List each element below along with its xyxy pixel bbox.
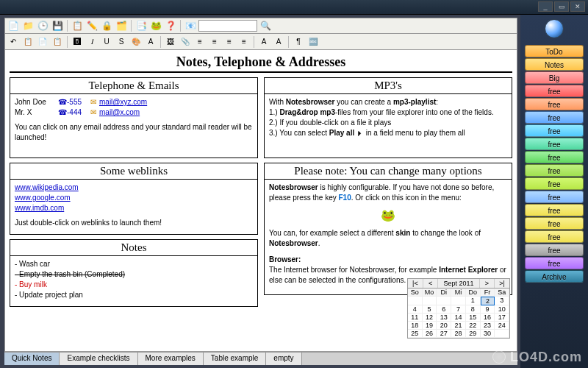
cal-day-cell[interactable]: 5 xyxy=(423,305,437,314)
format-button[interactable]: S xyxy=(115,35,128,49)
toolbar-button[interactable]: 🐸 xyxy=(149,19,162,32)
format-button[interactable]: ≡ xyxy=(223,35,236,49)
cal-day-cell[interactable]: 12 xyxy=(423,314,437,322)
toolbar-button[interactable]: 📋 xyxy=(71,19,84,32)
sidebar-category-button[interactable]: free xyxy=(525,111,584,124)
toolbar-button[interactable]: 📄 xyxy=(7,19,20,32)
sidebar-category-button[interactable]: free xyxy=(525,244,584,256)
contact-email[interactable]: mail@xyz.com xyxy=(99,97,147,107)
cal-day-cell[interactable]: 13 xyxy=(437,314,451,322)
cal-day-cell[interactable]: 20 xyxy=(437,322,451,330)
format-button[interactable]: 📋 xyxy=(21,35,35,49)
format-button[interactable]: 📄 xyxy=(36,35,49,49)
toolbar-button[interactable]: 💾 xyxy=(51,19,64,32)
cal-day-cell[interactable]: 2 xyxy=(481,297,495,305)
sidebar-category-button[interactable]: free xyxy=(525,257,584,269)
format-button[interactable]: 🅱 xyxy=(71,35,84,49)
sidebar-category-button[interactable]: free xyxy=(525,217,584,230)
cal-day-cell[interactable]: 17 xyxy=(495,314,509,322)
sidebar-category-button[interactable]: free xyxy=(525,230,584,243)
page-tab[interactable]: Table example xyxy=(204,353,266,365)
page-tab[interactable]: empty xyxy=(266,353,301,365)
format-button[interactable]: A xyxy=(272,35,285,49)
cal-next-button[interactable]: > xyxy=(480,279,495,288)
cal-day-cell[interactable]: 18 xyxy=(408,322,423,330)
toolbar-button[interactable]: 📁 xyxy=(21,19,35,32)
cal-day-cell[interactable]: 10 xyxy=(495,305,509,314)
cal-day-cell[interactable]: 29 xyxy=(466,330,481,338)
minimize-button[interactable]: _ xyxy=(538,1,553,12)
calendar-widget[interactable]: |< < Sept 2011 > >| SoMoDiMiDoFrSa123456… xyxy=(407,278,510,339)
cal-day-cell[interactable]: 6 xyxy=(437,305,451,314)
format-button[interactable]: ↶ xyxy=(7,35,20,49)
format-button[interactable]: ¶ xyxy=(292,35,305,49)
cal-day-cell[interactable]: 28 xyxy=(451,330,466,338)
format-button[interactable]: 𝐼 xyxy=(85,35,98,49)
format-button[interactable]: ≡ xyxy=(193,35,207,49)
maximize-button[interactable]: ▭ xyxy=(554,1,569,12)
settings-icon[interactable]: 🐸 xyxy=(381,209,395,222)
page-tab[interactable]: Quick Notes xyxy=(4,353,60,365)
sidebar-category-button[interactable]: free xyxy=(525,191,584,203)
toolbar-button[interactable]: 🔒 xyxy=(100,19,113,32)
cal-last-button[interactable]: >| xyxy=(495,279,509,288)
format-button[interactable]: ≡ xyxy=(237,35,251,49)
format-button[interactable]: 🔤 xyxy=(306,35,320,49)
format-button[interactable]: 📎 xyxy=(179,35,192,49)
format-button[interactable]: A xyxy=(257,35,270,49)
weblink[interactable]: www.wikipedia.com xyxy=(15,183,79,191)
cal-day-cell[interactable]: 1 xyxy=(466,297,481,305)
format-button[interactable]: 📋 xyxy=(51,35,64,49)
app-orb-icon[interactable] xyxy=(545,19,564,38)
cal-day-cell[interactable]: 16 xyxy=(481,314,495,322)
cal-day-cell[interactable]: 9 xyxy=(481,305,495,314)
format-button[interactable]: 🎨 xyxy=(129,35,143,49)
search-input[interactable] xyxy=(198,20,257,32)
sidebar-category-button[interactable]: Archive xyxy=(525,270,584,283)
sidebar-category-button[interactable]: free xyxy=(525,177,584,190)
cal-day-cell[interactable]: 4 xyxy=(408,305,423,314)
cal-day-cell[interactable]: 8 xyxy=(466,305,481,314)
sidebar-category-button[interactable]: free xyxy=(525,138,584,150)
sidebar-category-button[interactable]: free xyxy=(525,85,584,97)
cal-day-cell[interactable]: 7 xyxy=(451,305,466,314)
contact-email[interactable]: mail@x.com xyxy=(99,107,140,118)
toolbar-button[interactable]: ✏️ xyxy=(85,19,98,32)
page-tab[interactable]: Example checklists xyxy=(60,353,137,365)
weblink[interactable]: www.imdb.com xyxy=(15,204,64,212)
toolbar-button[interactable]: 🔍 xyxy=(259,19,272,32)
sidebar-category-button[interactable]: ToDo xyxy=(525,45,584,57)
sidebar-category-button[interactable]: Big xyxy=(525,71,584,84)
toolbar-button[interactable]: 📧 xyxy=(184,19,197,32)
cal-day-cell[interactable]: 30 xyxy=(481,330,495,338)
cal-day-cell[interactable]: 3 xyxy=(495,297,509,305)
cal-day-cell[interactable]: 14 xyxy=(451,314,466,322)
toolbar-button[interactable]: 📑 xyxy=(135,19,148,32)
cal-day-cell[interactable]: 25 xyxy=(408,330,423,338)
cal-first-button[interactable]: |< xyxy=(408,279,423,288)
cal-day-cell[interactable]: 19 xyxy=(423,322,437,330)
sidebar-category-button[interactable]: free xyxy=(525,151,584,163)
toolbar-button[interactable]: 🕒 xyxy=(36,19,49,32)
cal-day-cell[interactable]: 11 xyxy=(408,314,423,322)
toolbar-button[interactable]: ❓ xyxy=(164,19,177,32)
sidebar-category-button[interactable]: Notes xyxy=(525,58,584,71)
sidebar-category-button[interactable]: free xyxy=(525,164,584,177)
sidebar-category-button[interactable]: free xyxy=(525,98,584,110)
format-button[interactable]: A xyxy=(144,35,157,49)
cal-day-cell[interactable]: 26 xyxy=(423,330,437,338)
cal-day-cell[interactable]: 22 xyxy=(466,322,481,330)
format-button[interactable]: ≡ xyxy=(208,35,221,49)
cal-prev-button[interactable]: < xyxy=(423,279,439,288)
format-button[interactable]: 🖼 xyxy=(164,35,177,49)
close-button[interactable]: ✕ xyxy=(570,1,585,12)
sidebar-category-button[interactable]: free xyxy=(525,204,584,216)
toolbar-button[interactable]: 🗂️ xyxy=(115,19,128,32)
page-tab[interactable]: More examples xyxy=(138,353,204,365)
cal-day-cell[interactable]: 21 xyxy=(451,322,466,330)
format-button[interactable]: U xyxy=(100,35,113,49)
cal-day-cell[interactable]: 15 xyxy=(466,314,481,322)
sidebar-category-button[interactable]: free xyxy=(525,124,584,137)
cal-day-cell[interactable]: 23 xyxy=(481,322,495,330)
weblink[interactable]: www.google.com xyxy=(15,194,71,202)
